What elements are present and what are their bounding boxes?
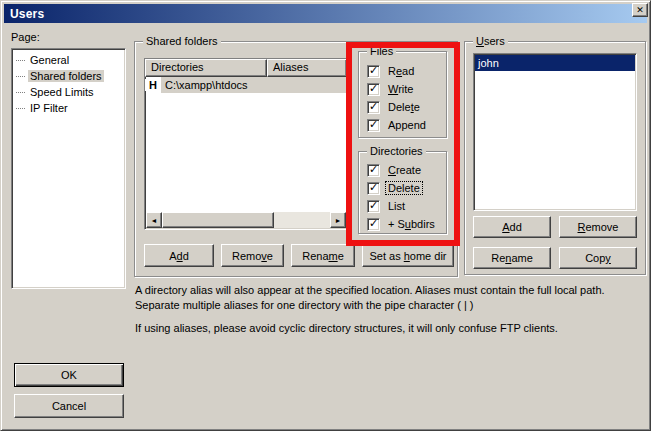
checkmark-icon: ✓ <box>369 119 378 130</box>
files-legend: Files <box>367 44 396 58</box>
set-as-home-dir-button[interactable]: Set as home dir <box>362 244 454 267</box>
window-title: Users <box>10 7 44 21</box>
horizontal-scrollbar[interactable]: ◄ ► <box>146 212 346 228</box>
users-dialog: Users ✕ Page: General Shared folders Spe… <box>0 0 651 431</box>
directory-row[interactable]: H C:\xampp\htdocs <box>145 77 347 93</box>
checkbox-delete-dir[interactable]: ✓ Delete <box>367 179 446 197</box>
tree-branch-line <box>16 76 25 77</box>
arrow-right-icon: ► <box>335 217 342 224</box>
page-item-speed-limits[interactable]: Speed Limits <box>14 84 123 100</box>
home-marker: H <box>145 79 161 91</box>
checkbox-create[interactable]: ✓ Create <box>367 161 446 179</box>
rename-directory-button[interactable]: RenaeRename <box>291 244 355 267</box>
directories-listview: Directories Aliases H C:\xampp\htdocs ◄ … <box>144 58 348 230</box>
list-checkbox[interactable]: ✓ <box>367 200 380 213</box>
close-button[interactable]: ✕ <box>632 3 648 17</box>
tree-branch-line <box>16 108 25 109</box>
page-item-general[interactable]: General <box>14 52 123 68</box>
create-checkbox[interactable]: ✓ <box>367 164 380 177</box>
users-legend: Users <box>473 34 508 48</box>
directories-legend: Directories <box>367 144 426 158</box>
checkbox-append[interactable]: ✓ Append <box>367 116 446 134</box>
cancel-button[interactable]: Cancel <box>14 394 124 418</box>
ok-button[interactable]: OK <box>14 363 124 387</box>
checkmark-icon: ✓ <box>369 200 378 211</box>
page-label: Page: <box>11 31 40 43</box>
scroll-right-button[interactable]: ► <box>330 212 346 228</box>
checkmark-icon: ✓ <box>369 182 378 193</box>
add-directory-button[interactable]: Add <box>144 244 214 267</box>
read-checkbox[interactable]: ✓ <box>367 65 380 78</box>
delete-file-checkbox[interactable]: ✓ <box>367 101 380 114</box>
append-checkbox[interactable]: ✓ <box>367 119 380 132</box>
listview-header: Directories Aliases <box>145 59 347 77</box>
alias-notes: A directory alias will also appear at th… <box>135 283 650 344</box>
note-cyclic-warning: If using aliases, please avoid cyclic di… <box>135 321 650 336</box>
checkmark-icon: ✓ <box>369 101 378 112</box>
checkmark-icon: ✓ <box>369 65 378 76</box>
checkbox-list[interactable]: ✓ List <box>367 197 446 215</box>
rename-user-button[interactable]: Rename <box>473 247 551 269</box>
checkmark-icon: ✓ <box>369 164 378 175</box>
shared-folders-legend: Shared folders <box>143 34 221 48</box>
tree-branch-line <box>16 92 25 93</box>
delete-dir-checkbox[interactable]: ✓ <box>367 182 380 195</box>
tree-branch-line <box>16 60 25 61</box>
write-checkbox[interactable]: ✓ <box>367 83 380 96</box>
checkmark-icon: ✓ <box>369 218 378 229</box>
checkbox-read[interactable]: ✓ Read <box>367 62 446 80</box>
remove-user-button[interactable]: Remove <box>559 216 637 238</box>
checkmark-icon: ✓ <box>369 83 378 94</box>
copy-user-button[interactable]: Copy <box>559 247 637 269</box>
add-user-button[interactable]: Add <box>473 216 551 238</box>
subdirs-checkbox[interactable]: ✓ <box>367 218 380 231</box>
directories-permissions-group: Directories ✓ Create ✓ Delete ✓ List ✓ +… <box>358 151 447 234</box>
scroll-left-button[interactable]: ◄ <box>146 212 162 228</box>
user-item-john[interactable]: john <box>475 55 635 71</box>
users-list: john <box>473 53 637 211</box>
note-alias-location: A directory alias will also appear at th… <box>135 283 650 313</box>
checkbox-subdirs[interactable]: ✓ + Subdirs <box>367 215 446 233</box>
remove-directory-button[interactable]: Remove <box>221 244 284 267</box>
page-item-shared-folders[interactable]: Shared folders <box>14 68 123 84</box>
checkbox-delete-file[interactable]: ✓ Delete <box>367 98 446 116</box>
column-header-aliases[interactable]: Aliases <box>267 59 347 77</box>
directory-path: C:\xampp\htdocs <box>161 77 347 93</box>
title-bar[interactable]: Users <box>4 4 647 23</box>
arrow-left-icon: ◄ <box>151 217 158 224</box>
files-permissions-group: Files ✓ Read ✓ Write ✓ Delete ✓ Append <box>358 51 447 138</box>
page-item-ip-filter[interactable]: IP Filter <box>14 100 123 116</box>
scrollbar-thumb[interactable] <box>162 212 274 228</box>
column-header-directories[interactable]: Directories <box>145 59 267 77</box>
close-icon: ✕ <box>636 6 644 15</box>
page-list: General Shared folders Speed Limits IP F… <box>11 48 126 289</box>
checkbox-write[interactable]: ✓ Write <box>367 80 446 98</box>
